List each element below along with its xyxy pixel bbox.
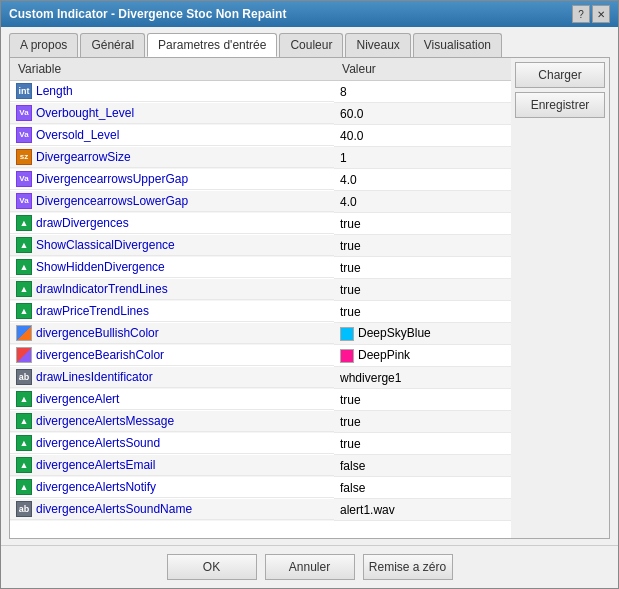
value-cell: false <box>334 477 511 499</box>
value-cell: false <box>334 455 511 477</box>
value-text: 4.0 <box>340 195 357 209</box>
value-text: true <box>340 217 361 231</box>
tab-general[interactable]: Général <box>80 33 145 57</box>
variable-cell: divergenceBearishColor <box>10 345 334 366</box>
value-cell: 4.0 <box>334 169 511 191</box>
value-text: 60.0 <box>340 107 363 121</box>
variable-name: DivergencearrowsLowerGap <box>36 194 188 208</box>
table-row[interactable]: abdivergenceAlertsSoundNamealert1.wav <box>10 499 511 521</box>
variable-cell: ▲ShowClassicalDivergence <box>10 235 334 256</box>
table-row[interactable]: ▲divergenceAlertsSoundtrue <box>10 433 511 455</box>
tab-apropos[interactable]: A propos <box>9 33 78 57</box>
variable-name: Length <box>36 84 73 98</box>
row-icon: ▲ <box>16 435 32 451</box>
main-window: Custom Indicator - Divergence Stoc Non R… <box>0 0 619 589</box>
variable-name: drawLinesIdentificator <box>36 370 153 384</box>
variable-name: divergenceAlertsEmail <box>36 458 155 472</box>
tab-bar: A propos Général Parametres d'entrée Cou… <box>9 33 610 57</box>
variable-cell: intLength <box>10 81 334 102</box>
variable-name: divergenceBullishColor <box>36 326 159 340</box>
tab-content-panel: Variable Valeur intLength8VaOverbought_L… <box>9 57 610 539</box>
value-text: alert1.wav <box>340 503 395 517</box>
value-text: false <box>340 459 365 473</box>
variable-cell: abdrawLinesIdentificator <box>10 367 334 388</box>
variable-cell: ▲divergenceAlertsNotify <box>10 477 334 498</box>
value-cell: 4.0 <box>334 191 511 213</box>
color-swatch <box>340 349 354 363</box>
variable-name: drawDivergences <box>36 216 129 230</box>
table-row[interactable]: ▲divergenceAlertsMessagetrue <box>10 411 511 433</box>
tab-parametres[interactable]: Parametres d'entrée <box>147 33 277 57</box>
footer-buttons-panel: OK Annuler Remise a zéro <box>1 545 618 588</box>
parameters-table: Variable Valeur intLength8VaOverbought_L… <box>10 58 511 521</box>
table-row[interactable]: ▲divergenceAlerttrue <box>10 389 511 411</box>
variable-cell: ▲ShowHiddenDivergence <box>10 257 334 278</box>
value-cell: true <box>334 257 511 279</box>
value-cell: alert1.wav <box>334 499 511 521</box>
value-cell: 8 <box>334 81 511 103</box>
variable-name: drawIndicatorTrendLines <box>36 282 168 296</box>
table-row[interactable]: intLength8 <box>10 81 511 103</box>
table-row[interactable]: VaDivergencearrowsLowerGap4.0 <box>10 191 511 213</box>
col-variable-header: Variable <box>10 58 334 81</box>
row-icon: Va <box>16 193 32 209</box>
value-cell: whdiverge1 <box>334 367 511 389</box>
value-text: true <box>340 239 361 253</box>
value-cell: DeepPink <box>334 345 511 367</box>
row-icon: ▲ <box>16 303 32 319</box>
value-cell: true <box>334 279 511 301</box>
table-row[interactable]: VaOverbought_Level60.0 <box>10 103 511 125</box>
variable-cell: VaDivergencearrowsLowerGap <box>10 191 334 212</box>
variable-name: divergenceAlertsMessage <box>36 414 174 428</box>
variable-cell: ▲divergenceAlertsEmail <box>10 455 334 476</box>
value-cell: true <box>334 433 511 455</box>
table-row[interactable]: divergenceBearishColorDeepPink <box>10 345 511 367</box>
annuler-button[interactable]: Annuler <box>265 554 355 580</box>
value-cell: 40.0 <box>334 125 511 147</box>
variable-cell: VaOversold_Level <box>10 125 334 146</box>
value-text: 8 <box>340 85 347 99</box>
row-icon: ▲ <box>16 237 32 253</box>
variable-name: divergenceBearishColor <box>36 348 164 362</box>
remise-button[interactable]: Remise a zéro <box>363 554 453 580</box>
table-row[interactable]: ▲ShowClassicalDivergencetrue <box>10 235 511 257</box>
charger-button[interactable]: Charger <box>515 62 605 88</box>
table-row[interactable]: VaOversold_Level40.0 <box>10 125 511 147</box>
value-text: 1 <box>340 151 347 165</box>
table-row[interactable]: szDivergearrowSize1 <box>10 147 511 169</box>
ok-button[interactable]: OK <box>167 554 257 580</box>
variable-cell: ▲drawIndicatorTrendLines <box>10 279 334 300</box>
row-icon <box>16 325 32 341</box>
variable-name: ShowHiddenDivergence <box>36 260 165 274</box>
variable-name: divergenceAlertsSound <box>36 436 160 450</box>
value-cell: 60.0 <box>334 103 511 125</box>
table-row[interactable]: ▲drawIndicatorTrendLinestrue <box>10 279 511 301</box>
enregistrer-button[interactable]: Enregistrer <box>515 92 605 118</box>
variable-name: ShowClassicalDivergence <box>36 238 175 252</box>
variable-name: Oversold_Level <box>36 128 119 142</box>
value-cell: true <box>334 411 511 433</box>
value-text: false <box>340 481 365 495</box>
table-row[interactable]: VaDivergencearrowsUpperGap4.0 <box>10 169 511 191</box>
table-row[interactable]: ▲ShowHiddenDivergencetrue <box>10 257 511 279</box>
row-icon: Va <box>16 171 32 187</box>
row-icon: Va <box>16 105 32 121</box>
table-row[interactable]: ▲divergenceAlertsEmailfalse <box>10 455 511 477</box>
variable-name: Overbought_Level <box>36 106 134 120</box>
close-button[interactable]: ✕ <box>592 5 610 23</box>
variable-cell: ▲drawDivergences <box>10 213 334 234</box>
row-icon: ▲ <box>16 457 32 473</box>
tab-couleur[interactable]: Couleur <box>279 33 343 57</box>
row-icon: ▲ <box>16 479 32 495</box>
help-button[interactable]: ? <box>572 5 590 23</box>
table-row[interactable]: divergenceBullishColorDeepSkyBlue <box>10 323 511 345</box>
table-row[interactable]: ▲drawPriceTrendLinestrue <box>10 301 511 323</box>
value-cell: true <box>334 235 511 257</box>
tab-niveaux[interactable]: Niveaux <box>345 33 410 57</box>
value-text: whdiverge1 <box>340 371 401 385</box>
table-row[interactable]: abdrawLinesIdentificatorwhdiverge1 <box>10 367 511 389</box>
tab-visualisation[interactable]: Visualisation <box>413 33 502 57</box>
table-row[interactable]: ▲divergenceAlertsNotifyfalse <box>10 477 511 499</box>
table-container[interactable]: Variable Valeur intLength8VaOverbought_L… <box>10 58 511 538</box>
table-row[interactable]: ▲drawDivergencestrue <box>10 213 511 235</box>
